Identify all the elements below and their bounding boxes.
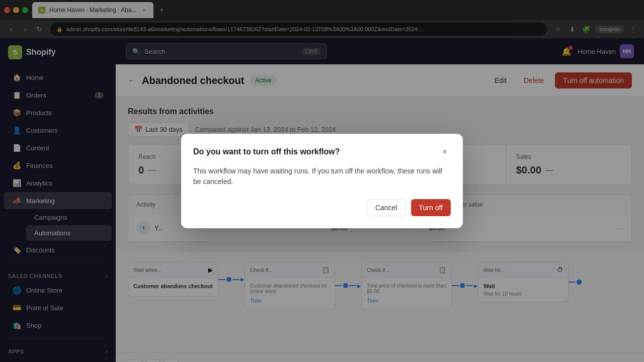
modal-overlay: Do you want to turn off this workflow? ×… <box>0 0 644 362</box>
turn-off-button[interactable]: Turn off <box>411 199 451 216</box>
cancel-button[interactable]: Cancel <box>367 199 406 216</box>
modal-body-text: This workflow may have waiting runs. If … <box>193 166 451 187</box>
modal-footer: Cancel Turn off <box>193 199 451 216</box>
turn-off-modal: Do you want to turn off this workflow? ×… <box>181 134 463 228</box>
modal-header: Do you want to turn off this workflow? × <box>193 146 451 158</box>
modal-close-btn[interactable]: × <box>439 146 451 158</box>
modal-title: Do you want to turn off this workflow? <box>193 147 340 156</box>
modal-body: This workflow may have waiting runs. If … <box>193 166 451 187</box>
